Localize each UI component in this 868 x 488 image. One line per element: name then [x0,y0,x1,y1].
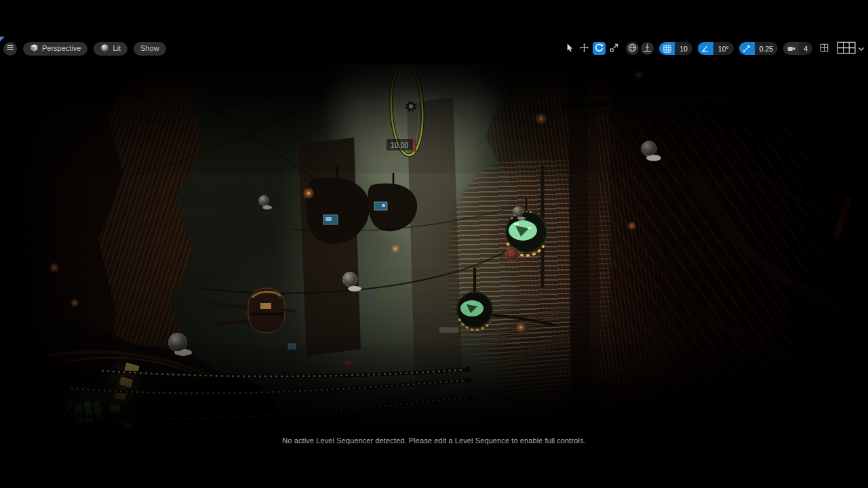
surface-snapping-button[interactable] [641,42,654,55]
show-button[interactable]: Show [134,42,166,56]
hamburger-menu-icon [5,43,15,54]
gizmo-sphere-reflection-4[interactable] [259,196,273,210]
sequencer-status-bar: No active Level Sequencer detected. Plea… [0,434,868,444]
quad-layout-icon [819,43,829,55]
maximize-viewport-button[interactable] [818,42,831,55]
scale-snap-value[interactable]: 0.25 [755,42,778,55]
viewport-3d[interactable]: 10.00 [0,64,868,429]
gizmo-sphere-reflection-2[interactable] [642,141,661,161]
sun-position-gizmo-icon [405,100,417,113]
cursor-arrow-icon [564,43,574,55]
scale-snap-control[interactable]: 0.25 [739,42,778,55]
coordinate-space-button[interactable] [626,42,639,55]
camera-speed-value[interactable]: 4 [799,42,812,55]
globe-icon [627,43,637,55]
viewport-layout-selector[interactable] [837,41,865,56]
grid-snap-icon[interactable] [659,42,675,55]
surface-snap-icon [642,43,652,55]
sequencer-status-message: No active Level Sequencer detected. Plea… [282,436,585,445]
camera-icon[interactable] [783,42,799,55]
rotate-tool-button[interactable] [593,42,606,55]
grid-snap-value[interactable]: 10 [675,42,692,55]
lit-mode-button[interactable]: Lit [94,42,127,56]
scene-detail-overlay: 10.00 [0,64,868,429]
toolbar-right-group: 10 10° 0.25 4 [563,41,865,56]
rotation-snap-control[interactable]: 10° [698,42,734,55]
unreal-editor-window: Perspective Lit Show [0,0,868,488]
scale-tool-button[interactable] [608,42,620,55]
grid-snap-control[interactable]: 10 [659,42,692,55]
scale-snap-icon[interactable] [739,42,755,55]
viewport-options-button[interactable] [3,42,17,56]
scene-green-pod-upper [505,166,547,288]
lit-sphere-icon [100,43,109,54]
translate-tool-button[interactable] [578,42,591,55]
perspective-label: Perspective [42,44,81,52]
angle-snap-icon[interactable] [698,42,713,55]
chevron-down-icon [858,43,865,54]
toolbar-left-group: Perspective Lit Show [3,42,166,56]
rotation-snap-value[interactable]: 10° [713,42,734,55]
cube-perspective-icon [30,43,39,54]
camera-speed-control[interactable]: 4 [783,42,812,55]
move-arrows-icon [579,43,589,55]
svg-text:10.00: 10.00 [391,141,408,149]
layout-table-icon [837,41,856,56]
scale-resize-icon [609,43,619,55]
scene-robot-capsule [210,288,296,333]
perspective-button[interactable]: Perspective [23,42,87,56]
show-label: Show [140,44,159,52]
rotate-cycle-icon [594,43,604,55]
lit-label: Lit [113,44,121,52]
viewport-toolbar: Perspective Lit Show [0,39,868,58]
select-tool-button[interactable] [563,42,576,55]
